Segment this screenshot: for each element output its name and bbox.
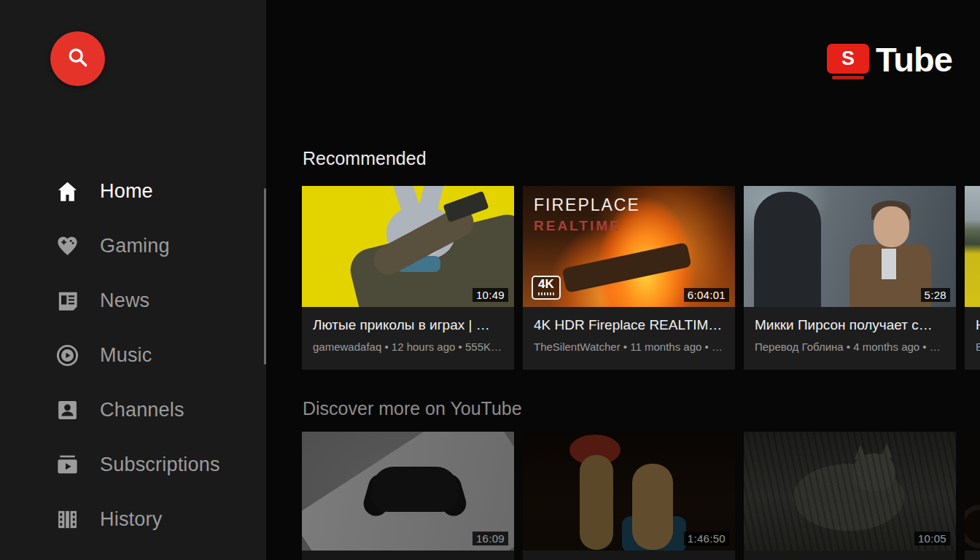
news-icon xyxy=(55,288,80,314)
video-row-recommended: 10:49 Лютые приколы в играх | … gamewada… xyxy=(302,186,980,370)
thumbnail: 1:46:50 xyxy=(523,432,735,551)
duration-badge: 6:04:01 xyxy=(684,288,729,302)
sidebar-item-subscriptions[interactable]: Subscriptions xyxy=(0,438,266,492)
video-info xyxy=(744,551,956,560)
video-title: 4K HDR Fireplace REALTIM… xyxy=(534,317,724,333)
sidebar-item-channels[interactable]: Channels xyxy=(0,383,266,438)
video-meta: TheSilentWatcher • 11 months ago • … xyxy=(534,341,724,353)
video-card-partial[interactable] xyxy=(965,432,980,560)
video-title: Микки Пирсон получает с… xyxy=(755,317,945,333)
search-icon xyxy=(66,45,90,72)
sidebar-item-history[interactable]: History xyxy=(0,492,266,547)
sidebar-item-label: Music xyxy=(100,344,152,367)
thumbnail xyxy=(965,186,980,307)
video-title: Лютые приколы в играх | … xyxy=(313,317,503,333)
sidebar-item-news[interactable]: News xyxy=(0,273,266,328)
video-info: Микки Пирсон получает с… Перевод Гоблина… xyxy=(744,307,956,370)
video-card[interactable]: 10:05 xyxy=(744,432,956,560)
video-card[interactable]: 1:46:50 xyxy=(523,432,735,560)
sidebar-item-gaming[interactable]: Gaming xyxy=(0,219,266,273)
thumbnail: 10:05 xyxy=(744,432,956,551)
thumbnail-overlay-subtext: REALTIME xyxy=(534,218,621,234)
video-meta: В xyxy=(976,341,980,353)
channels-icon xyxy=(55,397,80,423)
video-row-discover: 16:09 1:46:50 10:05 xyxy=(302,432,980,560)
video-info: 4K HDR Fireplace REALTIM… TheSilentWatch… xyxy=(523,307,735,370)
sidebar-item-label: Subscriptions xyxy=(100,454,220,476)
thumbnail: 10:49 xyxy=(302,186,514,307)
logo-tv-icon: S xyxy=(827,44,869,79)
sidebar-item-label: Home xyxy=(100,180,153,203)
video-meta: Перевод Гоблина • 4 months ago • … xyxy=(755,341,945,353)
video-info xyxy=(965,551,980,560)
thumbnail: 16:09 xyxy=(302,432,514,551)
thumbnail: 5:28 xyxy=(744,186,956,307)
logo-badge-letter: S xyxy=(841,49,855,69)
logo-text: Tube xyxy=(876,44,952,76)
video-card-partial[interactable]: Н В xyxy=(965,186,980,370)
sidebar-scrollbar[interactable] xyxy=(264,188,266,365)
video-card[interactable]: 10:49 Лютые приколы в играх | … gamewada… xyxy=(302,186,514,370)
4k-badge: 4K xyxy=(532,276,561,300)
app-logo: S Tube xyxy=(827,44,952,79)
video-info xyxy=(523,551,735,560)
search-button[interactable] xyxy=(50,31,105,86)
section-title-discover: Discover more on YouTube xyxy=(303,398,522,419)
subscriptions-icon xyxy=(55,452,80,478)
youtube-tv-app: Home Gaming xyxy=(0,0,980,560)
thumbnail: FIREPLACE REALTIME 4K 6:04:01 xyxy=(523,186,735,307)
video-meta: gamewadafaq • 12 hours ago • 555K… xyxy=(313,341,503,353)
video-title: Н xyxy=(976,317,980,333)
sidebar-item-label: Channels xyxy=(100,399,184,421)
history-icon xyxy=(55,507,80,532)
video-card[interactable]: 16:09 xyxy=(302,432,514,560)
home-icon xyxy=(55,179,80,204)
duration-badge: 5:28 xyxy=(921,288,950,302)
sidebar-item-label: News xyxy=(100,289,149,312)
sidebar-item-music[interactable]: Music xyxy=(0,328,266,383)
sidebar: Home Gaming xyxy=(0,0,266,560)
music-icon xyxy=(55,343,80,368)
logo-tv-stand xyxy=(832,76,864,79)
gaming-icon xyxy=(55,233,80,259)
video-info: Н В xyxy=(965,307,980,370)
video-info: Лютые приколы в играх | … gamewadafaq • … xyxy=(302,307,514,370)
sidebar-item-home[interactable]: Home xyxy=(0,164,266,219)
thumbnail-overlay-text: FIREPLACE xyxy=(534,195,640,215)
section-title-recommended: Recommended xyxy=(303,148,427,169)
sidebar-menu: Home Gaming xyxy=(0,164,266,547)
video-info xyxy=(302,551,514,560)
video-card[interactable]: FIREPLACE REALTIME 4K 6:04:01 4K HDR Fir… xyxy=(523,186,735,370)
sidebar-item-label: History xyxy=(100,508,162,531)
thumbnail xyxy=(965,432,980,551)
duration-badge: 10:49 xyxy=(472,288,508,302)
video-card[interactable]: 5:28 Микки Пирсон получает с… Перевод Го… xyxy=(744,186,956,370)
sidebar-item-label: Gaming xyxy=(100,235,170,257)
